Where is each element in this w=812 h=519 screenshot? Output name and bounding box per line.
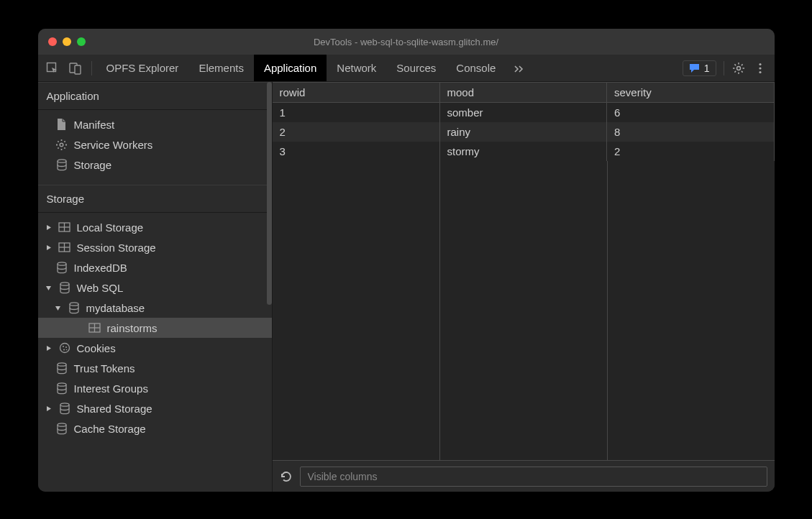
svg-point-21 [60,344,69,353]
tree-item-label: Local Storage [77,221,144,234]
bottombar [273,460,775,492]
tree-item-cache-storage[interactable]: Cache Storage [38,418,272,438]
tree-item-label: rainstorms [107,322,158,334]
column-header-severity[interactable]: severity [607,83,775,103]
gear-icon [55,138,68,151]
db-icon [55,261,68,274]
file-icon [55,118,68,131]
issues-badge[interactable]: 1 [683,60,716,76]
svg-point-15 [58,262,66,265]
visible-columns-input[interactable] [300,467,767,487]
tree-item-local-storage[interactable]: Local Storage [38,217,272,237]
db-icon [55,362,68,375]
section-head-storage: Storage [38,185,272,213]
tree-item-label: Web SQL [77,282,124,294]
main: ApplicationManifestService WorkersStorag… [38,82,775,492]
tab-elements[interactable]: Elements [188,55,254,81]
grid-icon [58,221,71,234]
tree-item-label: mydatabase [86,302,145,314]
table-cell: 8 [607,122,775,142]
table-cell: 2 [273,122,440,142]
svg-point-17 [70,302,78,305]
table-filler [273,161,775,460]
column-header-rowid[interactable]: rowid [273,83,440,103]
svg-point-4 [759,63,761,65]
svg-rect-2 [75,65,81,74]
toolbar-right: 1 [683,60,767,76]
tree-item-cookies[interactable]: Cookies [38,338,272,358]
close-window-button[interactable] [48,37,57,46]
chevron-right-icon[interactable] [45,224,53,231]
tree-item-label: Shared Storage [77,403,152,415]
data-table: rowidmoodseverity 1somber62rainy83stormy… [273,82,775,161]
tree-item-storage[interactable]: Storage [38,155,272,175]
db-icon [58,281,71,294]
tree: Local StorageSession StorageIndexedDBWeb… [38,213,272,449]
column-filler [440,161,608,460]
db-icon [55,382,68,395]
tree-item-service-workers[interactable]: Service Workers [38,134,272,155]
chevron-right-icon[interactable] [45,405,53,412]
chevron-down-icon[interactable] [45,284,53,291]
table-wrap: rowidmoodseverity 1somber62rainy83stormy… [273,82,775,460]
maximize-window-button[interactable] [77,37,86,46]
tree-item-label: Storage [74,159,112,171]
db-icon [68,301,81,314]
db-icon [55,158,68,171]
tree-item-trust-tokens[interactable]: Trust Tokens [38,358,272,378]
sidebar: ApplicationManifestService WorkersStorag… [38,82,273,492]
tabs: OPFS ExplorerElementsApplicationNetworkS… [96,55,506,81]
table-cell: rainy [439,122,607,142]
table-row[interactable]: 3stormy2 [273,142,775,161]
message-icon [689,63,700,73]
divider [724,61,724,75]
column-header-mood[interactable]: mood [439,83,607,103]
tab-overflow-button[interactable] [506,63,532,74]
refresh-button[interactable] [280,470,293,483]
svg-point-22 [63,346,64,347]
tree-item-rainstorms[interactable]: rainstorms [38,318,272,338]
scrollbar[interactable] [267,82,272,305]
tree-item-session-storage[interactable]: Session Storage [38,237,272,257]
svg-point-5 [759,67,761,69]
table-cell: 1 [273,103,440,123]
tab-sources[interactable]: Sources [386,55,446,81]
tab-console[interactable]: Console [446,55,506,81]
device-toggle-icon[interactable] [68,61,83,75]
tab-application[interactable]: Application [254,55,327,81]
table-cell: somber [439,103,607,123]
minimize-window-button[interactable] [63,37,71,46]
tree-item-manifest[interactable]: Manifest [38,114,272,134]
tree-item-mydatabase[interactable]: mydatabase [38,298,272,318]
svg-point-28 [60,403,69,405]
tab-network[interactable]: Network [327,55,386,81]
tree-item-label: Manifest [74,119,115,131]
settings-icon[interactable] [731,61,746,75]
tree-item-interest-groups[interactable]: Interest Groups [38,378,272,398]
svg-point-16 [60,282,69,285]
tree-item-indexeddb[interactable]: IndexedDB [38,257,272,277]
table-row[interactable]: 2rainy8 [273,122,775,142]
column-filler [608,161,775,460]
tree-item-web-sql[interactable]: Web SQL [38,277,272,298]
cookie-icon [58,341,71,354]
db-icon [58,402,71,415]
tree-item-label: Session Storage [77,242,156,254]
tree: ManifestService WorkersStorage [38,110,272,185]
table-body: 1somber62rainy83stormy2 [273,103,775,162]
tab-opfs-explorer[interactable]: OPFS Explorer [96,55,189,81]
column-filler [273,161,440,460]
chevron-down-icon[interactable] [55,304,62,311]
svg-point-3 [736,66,740,70]
svg-point-8 [58,159,66,162]
chevron-right-icon[interactable] [45,244,53,251]
svg-point-26 [58,362,66,365]
inspect-element-icon[interactable] [45,61,60,75]
more-menu-icon[interactable] [753,61,767,75]
tree-item-shared-storage[interactable]: Shared Storage [38,398,272,418]
toolbar-left [45,61,92,75]
table-row[interactable]: 1somber6 [273,103,775,123]
svg-point-7 [60,143,63,147]
chevron-right-icon[interactable] [45,344,53,352]
tree-item-label: Cache Storage [74,423,146,435]
